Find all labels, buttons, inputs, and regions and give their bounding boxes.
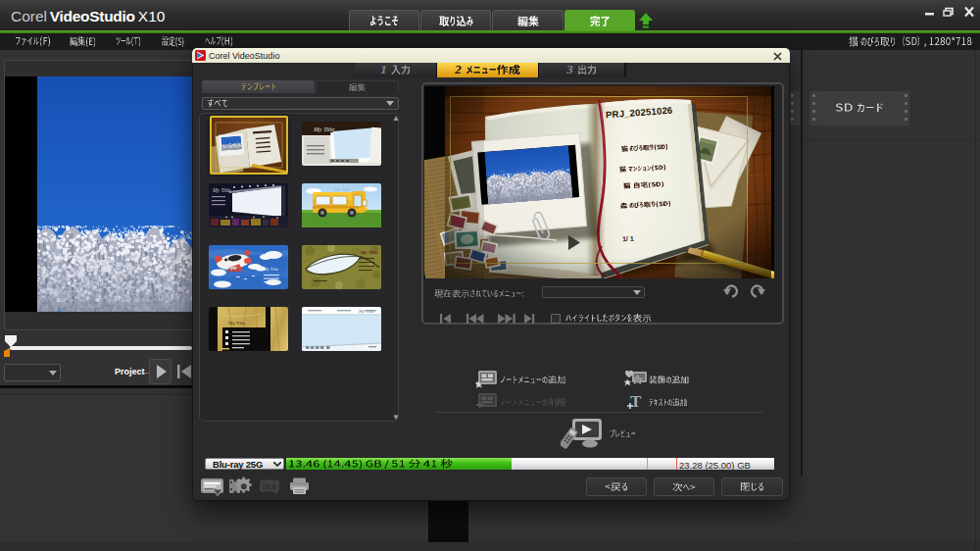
svg-text:My Title: My Title <box>228 321 246 326</box>
svg-text:My Title: My Title <box>360 250 378 255</box>
svg-text:My Title: My Title <box>333 187 351 192</box>
svg-text:16:9: 16:9 <box>263 483 276 490</box>
svg-text:My Title: My Title <box>212 187 231 193</box>
svg-text:My Title: My Title <box>358 309 375 314</box>
svg-text:My Title: My Title <box>263 267 278 272</box>
svg-text:My Title: My Title <box>313 125 335 132</box>
svg-text:T: T <box>630 392 642 411</box>
